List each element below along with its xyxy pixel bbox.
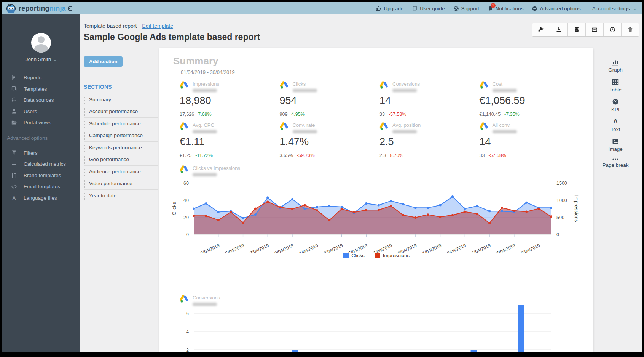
image-icon	[612, 138, 619, 145]
drag-handle[interactable]	[84, 179, 87, 188]
trash-button[interactable]	[621, 23, 639, 36]
rail-item-text[interactable]: AText	[611, 118, 620, 132]
topnav-upgrade[interactable]: Upgrade	[376, 6, 403, 11]
section-item-label: Account performance	[89, 109, 138, 114]
svg-text:23/04/2019: 23/04/2019	[444, 243, 467, 253]
kpi-comparison: 17,6267.68%	[180, 112, 212, 117]
drag-handle[interactable]	[84, 131, 87, 140]
sections-list: SummaryAccount performanceSchedule perfo…	[84, 94, 158, 202]
database-icon	[11, 97, 18, 103]
chart-title: Clicks vs Impressions	[193, 165, 240, 171]
svg-text:25/04/2019: 25/04/2019	[469, 243, 492, 253]
kpi-card-avg-cpc: Avg. CPC €1.11 €1.25-11.72%	[180, 122, 280, 161]
topnav-support[interactable]: Support	[453, 6, 479, 11]
topnav-label: Advanced options	[540, 6, 580, 11]
kpi-comparison: €1,140.45-7.35%	[480, 112, 520, 117]
sections-heading: SECTIONS	[84, 84, 112, 90]
redacted-account-name	[392, 130, 417, 133]
sidebar-item-portal-views[interactable]: Portal views	[2, 117, 80, 128]
legend-swatch	[343, 253, 349, 258]
rail-item-page-break[interactable]: Page break	[602, 158, 628, 168]
mail-button[interactable]	[585, 23, 603, 36]
topnav-advanced-options[interactable]: Advanced options	[532, 6, 580, 11]
svg-text:29/04/2019: 29/04/2019	[518, 243, 541, 253]
brand-logo[interactable]: reportingninja	[6, 3, 72, 13]
sidebar-item-brand-templates[interactable]: Brand templates	[2, 170, 80, 181]
section-item-keywords-performance[interactable]: Keywords performance	[84, 142, 158, 154]
sidebar-item-reports[interactable]: Reports	[2, 72, 80, 83]
section-item-video-performance[interactable]: Video performance	[84, 178, 158, 190]
database-button[interactable]	[567, 23, 585, 36]
rail-item-graph[interactable]: Graph	[608, 59, 623, 73]
rail-item-label: Table	[609, 87, 622, 93]
topnav-notifications[interactable]: 1Notifications	[488, 6, 524, 11]
kpi-previous-value: 17,626	[180, 112, 194, 117]
kpi-previous-value: 909	[280, 112, 288, 117]
drag-handle[interactable]	[84, 119, 87, 128]
kpi-comparison: 33-57.58%	[379, 112, 406, 117]
rail-item-kpi[interactable]: KPI	[611, 98, 620, 112]
kpi-comparison: 2.38.70%	[379, 153, 403, 158]
page-title: Sample Google Ads template based report	[84, 32, 260, 42]
kpi-change: -11.72%	[195, 153, 213, 158]
drag-handle[interactable]	[84, 107, 87, 116]
svg-text:6: 6	[186, 311, 189, 316]
google-ads-icon	[480, 80, 489, 90]
section-item-schedule-performance[interactable]: Schedule performance	[84, 118, 158, 130]
section-item-summary[interactable]: Summary	[84, 94, 158, 106]
kpi-change: 4.95%	[291, 112, 304, 117]
report-canvas: Summary 01/04/2019 - 30/04/2019 Impressi…	[159, 48, 593, 352]
svg-text:40: 40	[183, 198, 189, 203]
sidebar-item-email-templates[interactable]: Email templates	[2, 181, 80, 192]
sidebar-item-label: Data sources	[24, 97, 54, 103]
account-settings-label: Account settings	[592, 6, 630, 11]
life-ring-icon	[453, 6, 459, 11]
edit-template-link[interactable]: Edit template	[142, 23, 173, 29]
rail-item-table[interactable]: Table	[609, 78, 622, 93]
font-icon: A	[11, 195, 18, 201]
section-item-label: Keywords performance	[89, 145, 142, 150]
svg-text:17/04/2019: 17/04/2019	[370, 243, 393, 253]
download-button[interactable]	[550, 23, 567, 36]
sidebar-item-filters[interactable]: Filters	[2, 147, 80, 159]
section-item-account-performance[interactable]: Account performance	[84, 106, 158, 118]
svg-text:13/04/2019: 13/04/2019	[320, 243, 344, 253]
google-ads-icon	[280, 122, 290, 131]
clock-button[interactable]	[603, 23, 621, 36]
section-item-label: Audience performance	[89, 169, 141, 174]
drag-handle[interactable]	[84, 95, 87, 104]
drag-handle[interactable]	[84, 155, 87, 164]
kpi-label: Clicks	[293, 81, 317, 87]
svg-text:27/04/2019: 27/04/2019	[493, 243, 516, 253]
sidebar-item-language-files[interactable]: ALanguage files	[2, 192, 80, 204]
sidebar-item-users[interactable]: Users	[2, 106, 80, 117]
section-item-campaign-performance[interactable]: Campaign performance	[84, 130, 158, 142]
section-item-audience-performance[interactable]: Audience performance	[84, 166, 158, 178]
legend-label: Clicks	[351, 253, 365, 258]
kpi-change: -57.58%	[389, 112, 406, 117]
sidebar-item-data-sources[interactable]: Data sources	[2, 94, 80, 106]
section-item-label: Summary	[89, 97, 111, 102]
section-item-year-to-date[interactable]: Year to date	[84, 190, 158, 202]
kpi-change: 7.68%	[198, 112, 211, 117]
drag-handle[interactable]	[84, 167, 87, 176]
sidebar-item-calculated-metrics[interactable]: Calculated metrics	[2, 158, 80, 170]
section-item-geo-performance[interactable]: Geo performance	[84, 154, 158, 166]
rail-item-image[interactable]: Image	[608, 138, 623, 152]
add-section-button[interactable]: Add section	[84, 56, 123, 67]
sidebar-item-templates[interactable]: Templates	[2, 83, 80, 95]
kpi-grid: Impressions 18,980 17,6267.68% Clicks 95…	[180, 80, 579, 161]
kpi-label: All conv.	[493, 122, 517, 128]
account-settings-menu[interactable]: Account settings⌄	[592, 6, 636, 11]
drag-handle[interactable]	[84, 191, 87, 200]
kpi-card-clicks: Clicks 954 9094.95%	[280, 80, 380, 120]
wrench-button[interactable]	[532, 23, 550, 36]
drag-handle[interactable]	[84, 143, 87, 152]
user-menu[interactable]: John Smith ⌄	[2, 56, 80, 62]
chart2-header: Conversions	[180, 294, 220, 306]
sidebar-section-header: Advanced options	[2, 130, 76, 144]
topnav-user-guide[interactable]: User guide	[412, 6, 445, 11]
sidebar-item-label: Email templates	[24, 184, 60, 189]
avatar[interactable]	[31, 33, 51, 53]
topnav-label: Upgrade	[384, 6, 403, 11]
